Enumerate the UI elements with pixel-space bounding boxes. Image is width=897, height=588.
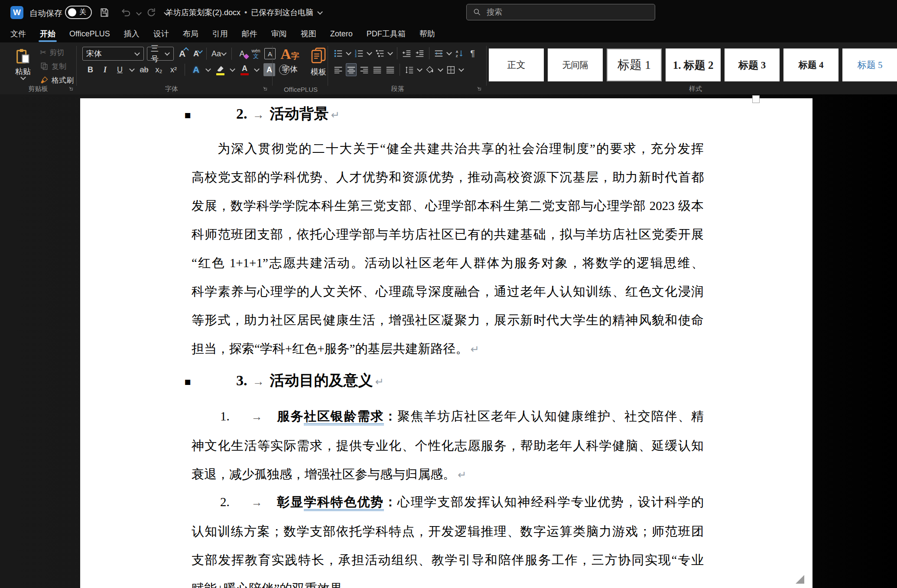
save-icon[interactable]: [99, 7, 110, 18]
bold-letter: B: [88, 65, 93, 74]
style-chip-no-spacing[interactable]: 无间隔: [548, 48, 603, 81]
heading-number: 2.: [236, 106, 247, 122]
grow-font-button[interactable]: A: [177, 47, 188, 60]
font-color-button[interactable]: A: [239, 63, 250, 76]
style-chip-heading4[interactable]: 标题 4: [783, 48, 838, 81]
document-page[interactable]: ▪ 2.→活动背景↵ 为深入贯彻党的二十大关于“健全共建共治共享的社会治理制度”…: [80, 98, 812, 588]
style-chip-heading2[interactable]: 1. 标题 2: [666, 48, 721, 81]
undo-chevron-icon[interactable]: [136, 10, 142, 16]
align-right-button[interactable]: [359, 63, 370, 76]
shading-button[interactable]: [425, 63, 436, 76]
borders-chevron-icon[interactable]: [458, 66, 464, 72]
tab-pdf-tools[interactable]: PDF工具箱: [360, 25, 413, 42]
ribbon: 粘贴 ✂ 剪切 复制 格式刷 剪贴板 宋体 三号 A A: [0, 42, 897, 94]
line-spacing-chevron-icon[interactable]: [417, 66, 422, 72]
style-chip-normal[interactable]: 正文: [489, 48, 544, 81]
multilevel-chevron-icon[interactable]: [387, 50, 393, 55]
tab-design[interactable]: 设计: [146, 25, 176, 42]
clear-formatting-button[interactable]: A: [237, 47, 247, 60]
line-spacing-button[interactable]: [404, 63, 415, 76]
document-title: 羊坊店策划案(2).docx: [166, 7, 240, 18]
text-effects-button[interactable]: A: [191, 63, 202, 76]
font-color-chevron-icon[interactable]: [254, 66, 260, 72]
copy-button[interactable]: 复制: [40, 61, 66, 72]
style-chip-heading1[interactable]: 标题 1: [607, 48, 662, 81]
character-shading-button[interactable]: A: [263, 63, 275, 76]
bold-button[interactable]: B: [85, 63, 96, 76]
redo-icon[interactable]: [146, 7, 157, 18]
clipboard-dialog-launcher[interactable]: [68, 85, 75, 92]
style-chip-heading5[interactable]: 标题 5: [842, 48, 897, 81]
group-divider: [76, 46, 77, 86]
paragraph-group-label: 段落: [372, 85, 424, 93]
bullets-button[interactable]: [333, 47, 344, 60]
sort-button[interactable]: [454, 47, 465, 60]
tab-home[interactable]: 开始: [33, 25, 62, 42]
divider: [231, 48, 232, 60]
search-box[interactable]: [466, 4, 655, 20]
bullets-chevron-icon[interactable]: [346, 50, 351, 55]
underline-chevron-icon[interactable]: [129, 66, 135, 72]
italic-button[interactable]: I: [100, 63, 110, 76]
superscript-button[interactable]: x²: [168, 63, 179, 76]
sort-icon: [455, 49, 464, 58]
tab-references[interactable]: 引用: [205, 25, 235, 42]
decrease-indent-button[interactable]: [401, 47, 412, 60]
paste-button[interactable]: 粘贴: [10, 46, 36, 84]
highlight-chevron-icon[interactable]: [230, 66, 235, 72]
shading-chevron-icon[interactable]: [438, 66, 443, 72]
highlight-button[interactable]: [215, 63, 226, 76]
show-marks-button[interactable]: ¶: [467, 47, 478, 60]
text-effects-letter: A: [193, 65, 199, 75]
increase-indent-button[interactable]: [414, 47, 425, 60]
paragraph-dialog-launcher[interactable]: [476, 85, 483, 92]
multilevel-list-button[interactable]: [374, 47, 385, 60]
numbering-chevron-icon[interactable]: [367, 50, 372, 55]
character-border-button[interactable]: A: [264, 48, 276, 59]
numbering-button[interactable]: [354, 47, 364, 60]
scroll-corner-triangle[interactable]: [796, 575, 804, 584]
divider: [429, 47, 429, 59]
align-left-icon: [334, 65, 343, 74]
text-effects-chevron-icon[interactable]: [205, 66, 211, 72]
tab-insert[interactable]: 插入: [117, 25, 146, 42]
font-dialog-launcher[interactable]: [262, 85, 269, 92]
distribute-button[interactable]: [385, 63, 396, 76]
format-painter-button[interactable]: 格式刷: [40, 74, 74, 86]
page-margin-corner-mark: [752, 95, 760, 103]
undo-icon[interactable]: [120, 7, 132, 18]
underline-button[interactable]: U: [114, 63, 125, 76]
officeplus-template-button[interactable]: 模板: [304, 47, 333, 77]
shrink-font-button[interactable]: A: [191, 47, 202, 60]
tab-layout[interactable]: 布局: [176, 25, 205, 42]
align-left-button[interactable]: [333, 63, 344, 76]
document-title-area[interactable]: 羊坊店策划案(2).docx • 已保存到这台电脑: [166, 7, 323, 18]
style-chip-heading3[interactable]: 标题 3: [725, 48, 780, 81]
officeplus-font-button[interactable]: A字 字体: [276, 47, 304, 74]
tab-view[interactable]: 视图: [294, 25, 323, 42]
font-name-combo[interactable]: 宋体: [82, 47, 144, 61]
justify-button[interactable]: [372, 63, 383, 76]
autosave-toggle[interactable]: 关: [65, 6, 92, 19]
subscript-button[interactable]: x₂: [153, 63, 164, 76]
align-center-button[interactable]: [346, 63, 357, 76]
search-input[interactable]: [486, 7, 630, 17]
tab-mailings[interactable]: 邮件: [235, 25, 264, 42]
asian-layout-button[interactable]: [433, 47, 444, 60]
phonetic-guide-button[interactable]: wén 文: [250, 47, 261, 60]
tab-mark-icon: →: [253, 375, 264, 388]
tab-help[interactable]: 帮助: [413, 25, 442, 42]
change-case-button[interactable]: Aa: [211, 47, 227, 60]
tab-zotero[interactable]: Zotero: [323, 25, 360, 42]
cut-button[interactable]: ✂ 剪切: [40, 47, 64, 58]
strikethrough-button[interactable]: ab: [139, 63, 150, 76]
tab-review[interactable]: 审阅: [264, 25, 294, 42]
increase-indent-icon: [415, 49, 424, 58]
line-spacing-icon: [405, 65, 414, 74]
tab-officeplus[interactable]: OfficePLUS: [62, 25, 117, 42]
borders-button[interactable]: [445, 63, 456, 76]
item-lead-bold: 服务: [276, 409, 304, 423]
tab-file[interactable]: 文件: [3, 25, 33, 42]
font-size-combo[interactable]: 三号: [147, 47, 174, 61]
asian-layout-chevron-icon[interactable]: [446, 50, 452, 55]
